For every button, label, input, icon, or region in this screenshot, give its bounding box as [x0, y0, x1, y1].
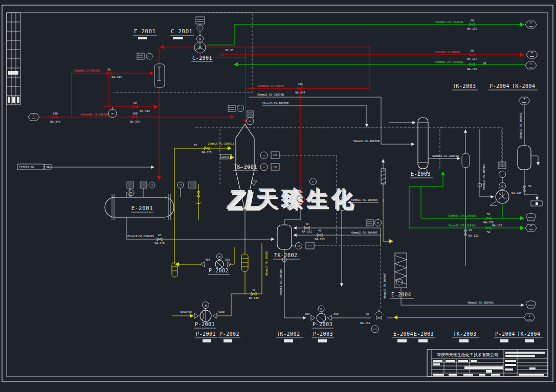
valve-size: 100 [132, 112, 138, 115]
valve-size: 50 [528, 185, 531, 188]
reducer-note: X200 [218, 310, 225, 313]
valve-tag: NA-155 [202, 151, 211, 154]
inline-filter-element [381, 169, 386, 184]
valve-size: 50 [366, 313, 369, 316]
instrument-box [247, 111, 254, 117]
instrument-2t: 2T [198, 27, 202, 30]
tt-bubble: TT [376, 222, 380, 224]
connector-letter: T [531, 52, 533, 55]
valve-tag: NA-152 [360, 321, 370, 325]
bottom-tag: TK-2003 [453, 331, 477, 337]
cad-canvas: ZL ZL 天臻生化 天臻生化 [0, 0, 556, 392]
feed-label: YYZX12-80 [19, 166, 34, 169]
reducer-note: X50 [225, 258, 230, 261]
valve-tag: NA-118 [154, 242, 164, 245]
control-valve-lcv: LCV [371, 309, 384, 333]
separator-vessel [154, 64, 165, 87]
valve-tag: NA-349 [140, 109, 149, 112]
valve-tag: NA-137 [467, 57, 477, 60]
tag-c2001: C-2001 [192, 55, 212, 61]
ti-bubble: TI [150, 184, 153, 187]
pt-bubble: PT [129, 192, 132, 194]
valves: LCV LCV [53, 23, 526, 333]
funnel-connector [526, 301, 536, 309]
tt-bubble: TT [179, 184, 182, 187]
offpage-connectors: T T T T T T T [28, 21, 542, 321]
tag-p2001: P-2001 [195, 321, 215, 327]
line-label: 50mmHB-CVR-20090L [448, 224, 476, 227]
lic-box-label: LIC [273, 154, 277, 156]
bottom-tag: P-2002 [219, 331, 239, 337]
bellows-element-1 [241, 254, 248, 271]
pump-p2003: M [311, 306, 331, 322]
line-label-vertical: 40mmLE-SS-20040B [279, 269, 282, 295]
line-label: 50mmHB-CVR-20080E [435, 60, 463, 63]
valve-tag: NA-143 [112, 76, 121, 79]
instrument-box [140, 182, 147, 188]
lic-box-label: LIC [308, 244, 312, 247]
valve-tag: NA-153 [315, 238, 324, 241]
valve-tag: NA-136 [467, 27, 477, 30]
revision-legend-grid [7, 13, 20, 105]
line-label: 32mmLE-SS-20070B [262, 102, 288, 105]
valve-size: 100 [53, 112, 58, 115]
motor-icon: M [199, 38, 201, 41]
pump-p2001: M [194, 302, 217, 322]
connector-letter: T [530, 21, 532, 25]
instrument-box [137, 53, 144, 59]
reducer-note: X50 [333, 312, 339, 315]
motor-icon: M [218, 256, 220, 259]
valve-size: 25 [194, 144, 197, 147]
line-label: 50mmLE-SS-20040A [432, 154, 459, 157]
valve-tag: NA-151 [302, 230, 312, 233]
note-2635: 26.35 [225, 49, 233, 52]
lcv-bubble-label: LCV [299, 198, 303, 200]
bottom-tag: P-2003 [313, 331, 333, 337]
pt-bubble: PT [249, 120, 252, 123]
coil-exchanger-e2004 [395, 253, 407, 288]
valve-size: 50 [487, 213, 491, 216]
vessel-tk2004 [518, 146, 531, 170]
instrument-box: LIC [306, 242, 314, 249]
equipment-tags: E-2001 C-2001 C-2001 TK-2001 E-2001 P-20… [131, 28, 538, 328]
bottom-tag: TK-2002 [277, 331, 300, 337]
valve-size: 40 [305, 222, 309, 225]
valve-size: 40 [252, 288, 256, 291]
line-label: 50mmHB-CVR-20060R [435, 20, 463, 24]
valve-size: 50 [483, 62, 486, 65]
connector-letter: T [523, 98, 525, 101]
drain-box [531, 201, 542, 206]
instrument-box [228, 105, 235, 111]
feed-label2: 30 [46, 166, 50, 169]
title-block: 肇庆市天臻生物化工技术有限公司 [427, 350, 548, 377]
valve-tag: NA-345 [130, 120, 140, 123]
valve-size: 65 [158, 234, 162, 237]
valve-size: 100 [298, 83, 303, 86]
tt-bubble: TT [239, 107, 242, 110]
tag-tk2004-header: TK-2004 [512, 83, 536, 89]
compressor-c2001: 2T M [194, 17, 206, 53]
piping-yellow [172, 148, 524, 317]
line-label: 50mmHB-CVR-20090L [448, 214, 476, 217]
tag-p2002: P-2002 [209, 268, 229, 273]
line-label: 100mmHB-L3-E0828D [80, 113, 108, 116]
he-bubble: HE [111, 112, 114, 115]
bellows-element-2 [172, 263, 177, 277]
reducer-note: 40X [205, 258, 210, 261]
line-label-vertical: 50mmLE-SS-20090L [482, 164, 485, 190]
bottom-tag: P-2004 [495, 331, 515, 337]
reducer-note: 600X400 [180, 310, 192, 313]
motor-icon: M [501, 185, 503, 188]
valve-size: 40 [318, 229, 322, 232]
tag-e2003: E-2003 [411, 171, 431, 177]
valve-size: 50 [134, 101, 137, 104]
inline-label-box: 60X25D [220, 154, 232, 159]
instrument-box [127, 182, 134, 188]
valve-tag: NA-135 [467, 67, 477, 71]
tic-box-label: TIC [273, 166, 277, 168]
feed-stream-box: YYZX12-80 30 [17, 164, 51, 170]
inline-label: 60X25D [221, 156, 230, 158]
tt-bubble: TT [262, 166, 265, 169]
motor-icon: M [320, 308, 322, 311]
valve-size: 60 [471, 19, 474, 22]
